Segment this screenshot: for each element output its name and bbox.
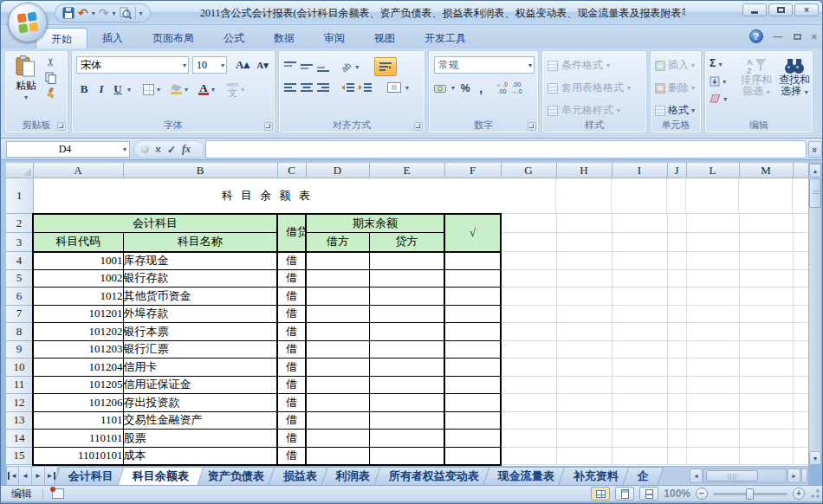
row-header[interactable]: 9	[6, 340, 33, 359]
cell-name[interactable]: 股票	[123, 430, 277, 448]
cell-direction[interactable]: 借	[277, 376, 306, 394]
header-check[interactable]: √	[444, 214, 501, 252]
format-painter-icon[interactable]	[45, 87, 56, 100]
cell-direction[interactable]: 借	[277, 430, 306, 448]
font-color-icon[interactable]: A	[198, 83, 209, 95]
orientation-dropdown-icon[interactable]: ▾	[355, 63, 359, 71]
cell-debit[interactable]	[306, 447, 369, 465]
cell-name[interactable]: 银行存款	[123, 269, 277, 288]
underline-button[interactable]: U	[111, 82, 125, 96]
fill-button[interactable]: ▾	[710, 74, 727, 87]
horizontal-scroll-track[interactable]	[703, 468, 787, 483]
header-direction[interactable]: 借贷	[277, 214, 306, 252]
cancel-entry-button[interactable]: ×	[155, 144, 161, 156]
cell-direction[interactable]: 借	[277, 411, 306, 430]
formula-input[interactable]	[205, 140, 807, 158]
tab-split-handle[interactable]	[801, 468, 807, 483]
office-button[interactable]	[8, 3, 48, 42]
empty-cells[interactable]	[501, 394, 808, 412]
italic-button[interactable]: I	[94, 82, 108, 96]
cell-debit[interactable]	[306, 376, 369, 394]
format-cells-button[interactable]: 格式 ▾	[655, 103, 695, 118]
column-header-m[interactable]: M	[740, 163, 794, 178]
restore-button[interactable]	[768, 3, 793, 16]
first-sheet-button[interactable]: ◄	[6, 467, 19, 485]
vertical-scroll-thumb[interactable]	[809, 178, 821, 208]
column-header-h[interactable]: H	[557, 163, 612, 178]
cell-code[interactable]: 101204	[33, 359, 123, 377]
confirm-entry-button[interactable]: ✓	[167, 144, 176, 156]
print-preview-icon[interactable]	[120, 7, 132, 19]
phonetic-dropdown-icon[interactable]: ▾	[241, 86, 244, 94]
row-header[interactable]: 2	[6, 214, 33, 233]
cell-credit[interactable]	[369, 430, 444, 448]
decrease-decimal-button[interactable]: .00 →.0	[511, 81, 522, 95]
accounting-dropdown-icon[interactable]: ▾	[451, 84, 455, 92]
row-header[interactable]: 4	[6, 252, 33, 270]
cell-credit[interactable]	[369, 323, 444, 341]
increase-decimal-button[interactable]: ←.0 .00	[496, 81, 508, 95]
font-color-dropdown-icon[interactable]: ▾	[211, 86, 215, 94]
cell-credit[interactable]	[369, 288, 444, 306]
empty-cells[interactable]	[501, 288, 808, 306]
align-middle-icon[interactable]	[301, 61, 313, 72]
scroll-right-button[interactable]: ►	[787, 468, 800, 483]
cell-name[interactable]: 存出投资款	[123, 394, 277, 412]
borders-dropdown-icon[interactable]: ▾	[157, 86, 160, 94]
underline-dropdown-icon[interactable]: ▾	[127, 86, 131, 94]
cell-check[interactable]	[444, 447, 501, 465]
number-dialog-launcher-icon[interactable]	[528, 122, 536, 131]
sort-filter-button[interactable]: A Z 排序和 筛选 ▾	[738, 57, 774, 98]
cell-direction[interactable]: 借	[277, 394, 306, 412]
cell-code[interactable]: 101205	[33, 376, 123, 394]
find-select-button[interactable]: 查找和 选择 ▾	[776, 57, 813, 98]
cell-direction[interactable]: 借	[277, 323, 306, 341]
clipboard-dialog-launcher-icon[interactable]	[57, 122, 66, 131]
sheet-tab-balance[interactable]: 科目余额表	[118, 467, 204, 485]
header-name[interactable]: 科目名称	[123, 233, 277, 252]
borders-icon[interactable]	[143, 84, 154, 95]
empty-cells[interactable]	[501, 233, 808, 252]
grow-font-button[interactable]: A▴	[233, 56, 252, 74]
tab-view[interactable]: 视图	[360, 28, 410, 48]
cell-name[interactable]: 交易性金融资产	[123, 411, 277, 430]
row-header[interactable]: 12	[6, 394, 33, 412]
scroll-down-button[interactable]: ▼	[809, 451, 821, 465]
zoom-level[interactable]: 100%	[664, 488, 690, 500]
cell-styles-button[interactable]: 单元格样式 ▾	[548, 103, 620, 118]
horizontal-scrollbar[interactable]: ◄ ►	[690, 467, 808, 485]
help-button[interactable]: ?	[749, 29, 763, 43]
cell-name[interactable]: 银行汇票	[123, 340, 277, 359]
cell-credit[interactable]	[369, 305, 444, 323]
redo-button[interactable]: ↷	[99, 7, 109, 19]
font-size-combo[interactable]: 10 ▾	[192, 56, 227, 74]
cell-debit[interactable]	[306, 323, 369, 341]
cell-direction[interactable]: 借	[277, 305, 306, 323]
cell-direction[interactable]: 借	[277, 252, 306, 270]
header-ending-balance[interactable]: 期末余额	[306, 214, 444, 233]
row-header[interactable]: 10	[6, 359, 33, 377]
empty-cells[interactable]	[501, 447, 808, 465]
copy-icon[interactable]	[45, 72, 56, 84]
cell-direction[interactable]: 借	[277, 288, 306, 306]
cell-credit[interactable]	[369, 376, 444, 394]
cell-code[interactable]: 1012	[33, 288, 123, 306]
select-all-corner[interactable]	[6, 163, 33, 178]
column-header-d[interactable]: D	[306, 163, 369, 178]
header-debit[interactable]: 借方	[306, 233, 369, 252]
scroll-left-button[interactable]: ◄	[690, 468, 703, 483]
workbook-close-button[interactable]: ×	[812, 31, 817, 42]
redo-dropdown-icon[interactable]: ▾	[112, 10, 115, 17]
record-macro-icon[interactable]	[52, 488, 64, 499]
row-header[interactable]: 1	[6, 178, 33, 214]
cell-check[interactable]	[444, 269, 501, 288]
fill-color-icon[interactable]	[171, 84, 182, 94]
row-header[interactable]: 11	[6, 376, 33, 394]
empty-cells[interactable]	[501, 411, 808, 430]
cell-name[interactable]: 库存现金	[123, 252, 277, 270]
undo-button[interactable]: ↶	[78, 7, 88, 19]
tab-insert[interactable]: 插入	[87, 28, 138, 48]
alignment-dialog-launcher-icon[interactable]	[414, 122, 423, 131]
cell-direction[interactable]: 借	[277, 269, 306, 288]
number-format-dropdown-icon[interactable]: ▾	[528, 61, 532, 69]
